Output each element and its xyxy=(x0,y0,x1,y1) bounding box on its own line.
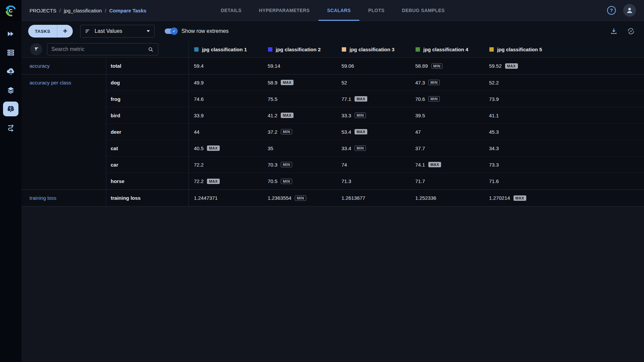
min-badge: MIN xyxy=(431,63,443,69)
metric-value: 1.270214 xyxy=(489,195,510,201)
table-row: dog49.958.9MAX5247.3MIN52.2 xyxy=(106,74,644,91)
svg-text:C: C xyxy=(9,8,12,13)
brain-icon[interactable] xyxy=(3,102,18,116)
sort-icon xyxy=(85,28,91,34)
experiment-headers: jpg classification 1jpg classification 2… xyxy=(189,41,644,57)
metric-value: 71.7 xyxy=(415,178,425,184)
metric-value: 77.1 xyxy=(341,96,351,102)
table-row: cat40.5MAX3533.4MIN37.734.3 xyxy=(106,140,644,157)
experiment-color-swatch xyxy=(194,47,199,52)
table-row: frog74.675.577.1MAX70.6MIN73.9 xyxy=(106,91,644,107)
min-badge: MIN xyxy=(281,162,292,167)
max-badge: MAX xyxy=(514,195,526,201)
tab-scalars[interactable]: SCALARS xyxy=(318,0,359,21)
metric-value-cell: 58.89MIN xyxy=(410,58,484,74)
experiment-column-header: jpg classification 5 xyxy=(484,41,644,57)
experiment-name: jpg classification 2 xyxy=(276,47,321,52)
metric-value-cell: 33.4MIN xyxy=(336,140,410,156)
toggle-label: Show row extremes xyxy=(181,28,229,34)
add-task-button[interactable]: + xyxy=(57,25,73,37)
server-rack-icon[interactable] xyxy=(3,45,18,60)
cloud-gear-icon[interactable] xyxy=(3,64,18,79)
pipeline-icon[interactable] xyxy=(3,120,18,135)
metric-group: accuracytotal59.459.1459.0658.89MIN59.52… xyxy=(21,58,644,74)
max-badge: MAX xyxy=(281,80,293,85)
tab-debug-samples[interactable]: DEBUG SAMPLES xyxy=(393,0,453,21)
metric-value: 40.5 xyxy=(194,145,204,151)
metric-value-cell: 1.270214MAX xyxy=(484,190,644,206)
metric-value-cell: 59.4 xyxy=(189,58,263,74)
metric-value-cell: 49.9 xyxy=(189,74,263,90)
metric-value: 37.2 xyxy=(268,129,277,135)
metric-value: 70.3 xyxy=(268,162,277,168)
toolbar-right-actions xyxy=(610,27,644,36)
metric-value: 33.4 xyxy=(341,145,351,151)
metric-value-cell: 41.1 xyxy=(484,107,644,123)
experiment-name: jpg classification 5 xyxy=(497,47,542,52)
metric-value: 70.6 xyxy=(415,96,425,102)
metric-value-cell: 34.3 xyxy=(484,140,644,156)
metric-value: 44 xyxy=(194,129,200,135)
breadcrumb-current-page[interactable]: Compare Tasks xyxy=(109,8,147,13)
values-mode-value: Last Values xyxy=(95,28,122,34)
help-icon[interactable]: ? xyxy=(607,6,616,15)
auto-refresh-icon[interactable] xyxy=(627,27,635,36)
metric-value-cell: 71.7 xyxy=(410,173,484,189)
metric-value-cell: 74 xyxy=(336,157,410,173)
metric-name-link[interactable]: accuracy xyxy=(21,58,106,74)
variant-name: bird xyxy=(106,107,189,123)
metric-value-cell: 70.5MIN xyxy=(263,173,336,189)
breadcrumb-projects-link[interactable]: PROJECTS xyxy=(30,8,56,13)
sidebar-nav xyxy=(3,21,18,135)
download-icon[interactable] xyxy=(610,27,618,35)
table-row: total59.459.1459.0658.89MIN59.52MAX xyxy=(106,58,644,74)
user-icon xyxy=(626,6,634,14)
chevron-down-icon xyxy=(147,30,150,32)
tab-plots[interactable]: PLOTS xyxy=(360,0,393,21)
sidebar: C xyxy=(0,0,21,362)
metric-name-link[interactable]: accuracy per class xyxy=(21,74,106,189)
metric-value: 59.4 xyxy=(194,63,204,69)
experiment-column-header: jpg classification 2 xyxy=(263,41,336,57)
avatar[interactable] xyxy=(623,4,636,17)
metric-value: 49.9 xyxy=(194,80,204,85)
filter-button[interactable] xyxy=(30,43,42,55)
tab-hyperparameters[interactable]: HYPERPARAMETERS xyxy=(250,0,318,21)
tab-details[interactable]: DETAILS xyxy=(212,0,250,21)
variant-name: training loss xyxy=(106,190,189,206)
breadcrumb-separator: / xyxy=(105,8,106,13)
values-mode-dropdown[interactable]: Last Values xyxy=(80,25,155,38)
metric-value-cell: 73.9 xyxy=(484,91,644,107)
metric-value: 37.7 xyxy=(415,145,425,151)
metric-name-link[interactable]: training loss xyxy=(21,190,106,206)
metric-value: 53.4 xyxy=(341,129,351,135)
variant-name: total xyxy=(106,58,189,74)
search-metric-box xyxy=(47,43,158,55)
app-logo[interactable]: C xyxy=(0,0,21,21)
metric-value-cell: 1.252336 xyxy=(410,190,484,206)
toggle-switch[interactable]: ✓ xyxy=(165,28,177,34)
topbar-actions: ? xyxy=(607,4,636,17)
metric-group: training losstraining loss1.24473711.236… xyxy=(21,190,644,206)
tasks-button-label: TASKS xyxy=(28,29,57,34)
min-badge: MIN xyxy=(355,145,366,151)
metric-value-cell: 52.2 xyxy=(484,74,644,90)
metric-value: 59.14 xyxy=(268,63,280,69)
metric-value: 1.2447371 xyxy=(194,195,218,201)
layers-icon[interactable] xyxy=(3,83,18,98)
metric-value: 1.2613677 xyxy=(341,195,365,201)
experiment-name: jpg classification 1 xyxy=(202,47,247,52)
metric-value-cell: 47 xyxy=(410,124,484,140)
search-metric-input[interactable] xyxy=(51,46,148,52)
show-row-extremes-toggle: ✓ Show row extremes xyxy=(165,28,229,34)
max-badge: MAX xyxy=(505,63,518,69)
metric-value: 73.9 xyxy=(489,96,499,102)
tasks-button[interactable]: TASKS + xyxy=(28,25,73,38)
max-badge: MAX xyxy=(355,96,367,102)
metric-group-rows: total59.459.1459.0658.89MIN59.52MAX xyxy=(106,58,644,74)
play-arrows-icon[interactable] xyxy=(3,26,18,41)
metric-group-rows: dog49.958.9MAX5247.3MIN52.2frog74.675.57… xyxy=(106,74,644,189)
main-column: PROJECTS / jpg_classification / Compare … xyxy=(21,0,644,362)
breadcrumb-project-link[interactable]: jpg_classification xyxy=(64,8,102,13)
metric-value-cell: 37.2MIN xyxy=(263,124,336,140)
